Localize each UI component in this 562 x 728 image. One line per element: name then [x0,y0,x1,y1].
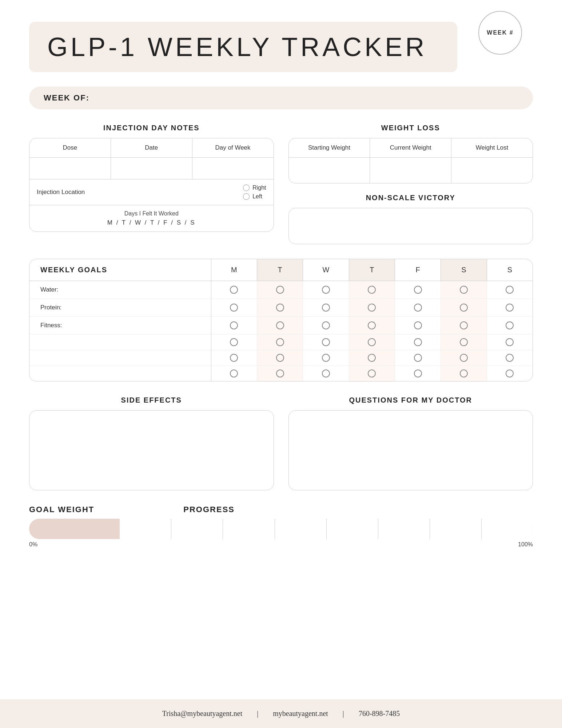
circle-fitness-W[interactable] [322,321,330,329]
wl-data-row [289,158,533,183]
radio-right-circle[interactable] [243,185,250,191]
circle-water-S2[interactable] [506,286,514,294]
circle-fitness-T2[interactable] [368,321,376,329]
progress-segments [120,519,533,539]
circle-protein-T2[interactable] [368,304,376,312]
wl-starting-cell[interactable] [289,158,370,183]
progress-seg-8 [482,519,533,539]
goals-table: WEEKLY GOALS M T W T F S S Water: [29,259,533,381]
progress-seg-3 [223,519,275,539]
questions-title: QUESTIONS FOR MY DOCTOR [288,396,533,404]
footer-phone: 760-898-7485 [359,709,400,718]
circle-water-M[interactable] [230,286,238,294]
goals-water-T1[interactable] [257,281,303,298]
circle-protein-S1[interactable] [460,304,468,312]
inj-date-cell[interactable] [111,158,192,179]
goals-row-fitness: Fitness: [29,317,533,335]
circle-water-W[interactable] [322,286,330,294]
goals-water-M[interactable] [211,281,257,298]
progress-label: PROGRESS [183,505,533,514]
circle-water-F[interactable] [414,286,422,294]
circle-fitness-T1[interactable] [276,321,284,329]
radio-right-label: Right [252,185,266,191]
goals-water-S1[interactable] [441,281,487,298]
questions-box[interactable] [288,410,533,490]
goals-water-S2[interactable] [487,281,533,298]
wl-current: Current Weight [370,138,451,157]
circle-fitness-F[interactable] [414,321,422,329]
days-felt-label: Days I Felt It Worked [33,210,270,217]
side-effects-box[interactable] [29,410,274,490]
goals-day-W: W [303,259,349,281]
inj-location-row: Injection Location Right Left [29,179,274,205]
title-banner: GLP-1 WEEKLY TRACKER [29,22,457,72]
week-circle: WEEK # [478,11,522,55]
circle-fitness-S2[interactable] [506,321,514,329]
progress-percent-row: 0% 100% [29,541,533,548]
top-two-col: INJECTION DAY NOTES Dose Date Day of Wee… [29,124,533,244]
inj-header-row: Dose Date Day of Week [29,138,274,158]
week-label: WEEK # [487,29,513,36]
injection-title: INJECTION DAY NOTES [29,124,274,132]
radio-group: Right Left [243,185,266,200]
gp-labels: GOAL WEIGHT PROGRESS [29,505,533,514]
circle-protein-F[interactable] [414,304,422,312]
progress-seg-2 [171,519,223,539]
goals-water-F[interactable] [395,281,441,298]
goals-row-5 [29,350,533,366]
footer-website: mybeautyagent.net [273,709,328,718]
side-effects-col: SIDE EFFECTS [29,396,274,490]
nsv-box[interactable] [288,208,533,244]
circle-fitness-S1[interactable] [460,321,468,329]
circle-water-S1[interactable] [460,286,468,294]
goals-day-S1: S [441,259,487,281]
goals-row-6 [29,366,533,381]
goals-row-4 [29,335,533,350]
inj-data-row [29,158,274,179]
wl-header-row: Starting Weight Current Weight Weight Lo… [289,138,533,158]
side-effects-title: SIDE EFFECTS [29,396,274,404]
radio-left-label: Left [252,193,262,200]
circle-fitness-M[interactable] [230,321,238,329]
radio-left[interactable]: Left [243,193,266,200]
radio-right[interactable]: Right [243,185,266,191]
progress-bar-container: 0% 100% [29,519,533,548]
inj-header-dose: Dose [29,138,111,157]
goal-weight-label: GOAL WEIGHT [29,505,169,514]
goals-fitness-label: Fitness: [29,317,211,334]
progress-seg-4 [275,519,327,539]
circle-water-T2[interactable] [368,286,376,294]
inj-header-date: Date [111,138,192,157]
week-of-label: WEEK OF: [44,93,89,102]
circle-protein-T1[interactable] [276,304,284,312]
goals-protein-label: Protein: [29,299,211,316]
circle-water-T1[interactable] [276,286,284,294]
goals-water-T2[interactable] [349,281,395,298]
nsv-title: NON-SCALE VICTORY [288,194,533,202]
week-of-box: WEEK OF: [29,87,533,109]
goals-day-F: F [395,259,441,281]
bottom-two-col: SIDE EFFECTS QUESTIONS FOR MY DOCTOR [29,396,533,490]
wl-starting: Starting Weight [289,138,370,157]
inj-day-cell[interactable] [192,158,274,179]
goals-water-W[interactable] [303,281,349,298]
footer-sep2: | [343,709,344,718]
circle-protein-S2[interactable] [506,304,514,312]
progress-100: 100% [518,541,533,548]
footer: Trisha@mybeautyagent.net | mybeautyagent… [0,699,562,728]
wl-current-cell[interactable] [370,158,451,183]
goals-water-label: Water: [29,281,211,298]
circle-protein-W[interactable] [322,304,330,312]
goals-day-T1: T [257,259,303,281]
progress-seg-6 [378,519,430,539]
injection-box: Dose Date Day of Week Injection Location… [29,138,274,232]
weight-box: Starting Weight Current Weight Weight Lo… [288,138,533,183]
circle-protein-M[interactable] [230,304,238,312]
progress-seg-1 [120,519,171,539]
wl-lost-cell[interactable] [451,158,533,183]
inj-dose-cell[interactable] [29,158,111,179]
weekly-goals-section: WEEKLY GOALS M T W T F S S Water: [29,259,533,381]
radio-left-circle[interactable] [243,193,250,200]
injection-col: INJECTION DAY NOTES Dose Date Day of Wee… [29,124,274,244]
header-area: GLP-1 WEEKLY TRACKER WEEK # [29,0,533,72]
